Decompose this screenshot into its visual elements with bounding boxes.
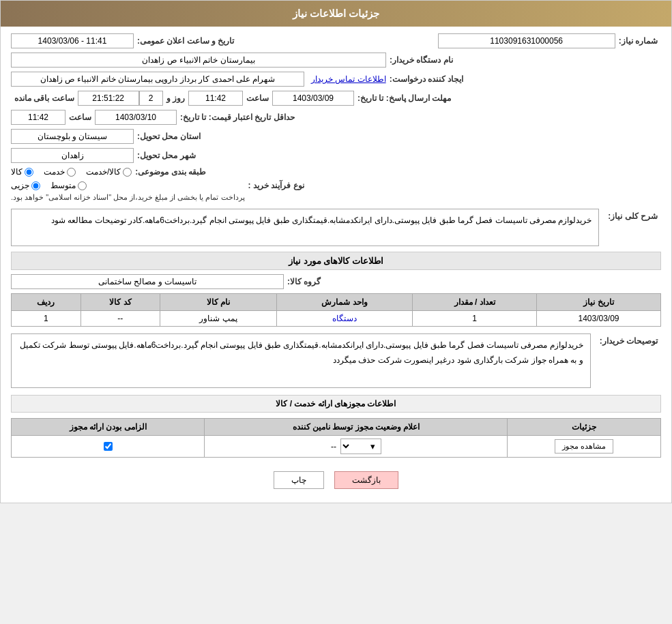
kala-section-title: اطلاعات کالاهای مورد نیاز [11,252,661,270]
mohlat-saat: 11:42 [188,91,243,106]
tabaghe-row: طبقه بندی موضوعی: کالا/خدمت خدمت کالا [11,167,661,177]
ejad-value: شهرام علی احمدی کار برداز داروپی بیمارست… [11,72,304,87]
hadaghal-label: حداقل تاریخ اعتبار قیمت: تا تاریخ: [180,113,295,122]
col-tedad: تعداد / مقدار [413,294,537,311]
nooe-motavaset-option[interactable]: متوسط [50,181,87,190]
nooe-label: نوع فرآیند خرید : [248,181,304,190]
nooe-motavaset-label: متوسط [50,181,76,190]
back-button[interactable]: بازگشت [334,471,398,489]
nooe-jazei-option[interactable]: جزیی [11,181,40,190]
nooe-motavaset-radio[interactable] [78,181,87,190]
nooe-note: پرداخت تمام یا بخشی از مبلغ خرید،از محل … [11,193,245,201]
col-name: نام کالا [160,294,277,311]
hadaghal-row: حداقل تاریخ اعتبار قیمت: تا تاریخ: 1403/… [11,110,661,125]
ostan-row: استان محل تحویل: سیستان و بلوچستان [11,129,661,144]
ejad-link[interactable]: اطلاعات تماس خریدار [311,74,386,84]
nooe-row: نوع فرآیند خرید : متوسط جزیی پرداخت تمام… [11,181,661,205]
hadaghal-saat: 11:42 [11,110,65,125]
cell-radif: 1 [12,311,81,327]
tabaghe-khedmat-radio[interactable] [67,168,76,177]
shahr-label: شهر محل تحویل: [137,151,196,160]
mohlat-remaining: 21:51:22 [78,91,139,106]
kala-table: تاریخ نیاز تعداد / مقدار واحد شمارش نام … [11,293,661,327]
tabaghe-khedmat-label: خدمت [44,167,65,177]
tabaghe-kala-khedmat-radio[interactable] [123,168,132,177]
nooe-radio-group: متوسط جزیی [11,181,87,190]
nooe-jazei-radio[interactable] [31,181,40,190]
ostan-label: استان محل تحویل: [137,132,201,141]
col-radif: ردیف [12,294,81,311]
mohlat-label: مهلت ارسال پاسخ: تا تاریخ: [357,93,451,103]
cell-name: پمپ شناور [160,311,277,327]
hadaghal-date: 1403/03/10 [95,110,177,125]
tabaghe-kala-option[interactable]: کالا [11,167,33,177]
sharh-label: شرح کلی نیاز: [608,211,658,221]
mohlat-rooz-label: روز و [166,93,185,103]
tavazihat-label: توصیحات خریدار: [600,336,658,346]
shomara-niaz-label: شماره نیاز: [619,36,658,46]
mojoz-elzam-cell [12,436,205,458]
mohlat-date: 1403/03/09 [272,91,354,106]
mojoz-joziat-cell: مشاهده مجوز [508,436,661,458]
bottom-buttons: بازگشت چاپ [11,471,661,489]
cell-tedad: 1 [413,311,537,327]
col-elzam: الزامی بودن ارائه مجوز [12,419,205,436]
mojoz-elam-value: -- [331,442,336,451]
tarikh-elaan-value: 1403/03/06 - 11:41 [11,33,134,48]
dastgah-value: بیمارستان خاتم الانبیاء ص زاهدان [11,53,386,68]
page-header: جزئیات اطلاعات نیاز [1,1,671,27]
ejad-row: ایجاد کننده درخواست: اطلاعات تماس خریدار… [11,72,661,87]
mohlat-rooz: 2 [139,91,163,106]
tarikh-elaan-label: تاریخ و ساعت اعلان عمومی: [137,36,234,46]
tabaghe-kala-khedmat-label: کالا/خدمت [86,167,121,177]
sharh-value: خریدلوازم مصرفی تاسیسات فصل گرما طبق فای… [11,209,599,246]
ejad-label: ایجاد کننده درخواست: [390,74,464,84]
tabaghe-kala-khedmat-option[interactable]: کالا/خدمت [86,167,132,177]
mojoz-elzam-checkbox[interactable] [104,442,113,451]
tabaghe-label: طبقه بندی موضوعی: [135,167,206,177]
mojoz-elam-cell: ▾ -- [205,436,508,458]
tabaghe-khedmat-option[interactable]: خدمت [44,167,76,177]
moshahede-button[interactable]: مشاهده مجوز [555,439,613,454]
mohlat-remaining-label: ساعت باقی مانده [14,93,74,103]
nooe-jazei-label: جزیی [11,181,29,190]
gorooh-value: تاسیسات و مصالح ساختمانی [11,274,284,289]
cell-tarikh: 1403/03/09 [537,311,661,327]
main-content: شماره نیاز: 1103091631000056 تاریخ و ساع… [1,27,671,503]
dastgah-label: نام دستگاه خریدار: [390,55,453,65]
gorooh-label: گروه کالا: [287,277,321,286]
col-kod: کد کالا [81,294,160,311]
hadaghal-saat-label: ساعت [69,113,91,122]
mohlat-row: مهلت ارسال پاسخ: تا تاریخ: 1403/03/09 سا… [11,91,661,106]
mojoz-row: مشاهده مجوز ▾ -- [12,436,661,458]
mojoz-section-title: اطلاعات مجوزهای ارائه خدمت / کالا [11,395,661,413]
cell-vahed: دستگاه [276,311,412,327]
gorooh-row: گروه کالا: تاسیسات و مصالح ساختمانی [11,274,661,289]
tabaghe-kala-label: کالا [11,167,23,177]
print-button[interactable]: چاپ [274,471,324,489]
table-row: 1403/03/09 1 دستگاه پمپ شناور -- 1 [12,311,661,327]
tavazihat-value: خریدلوازم مصرفی تاسیسات فصل گرما طبق فای… [11,333,591,388]
mojoz-elam-select[interactable]: ▾ [340,439,381,454]
tavazihat-row: توصیحات خریدار: خریدلوازم مصرفی تاسیسات … [11,333,661,388]
ostan-value: سیستان و بلوچستان [11,129,134,144]
shomara-tarikh-row: شماره نیاز: 1103091631000056 تاریخ و ساع… [11,33,661,48]
shahr-row: شهر محل تحویل: زاهدان [11,148,661,163]
dastgah-row: نام دستگاه خریدار: بیمارستان خاتم الانبی… [11,53,661,68]
col-tarikh: تاریخ نیاز [537,294,661,311]
page-wrapper: جزئیات اطلاعات نیاز شماره نیاز: 11030916… [0,0,672,503]
col-vahed: واحد شمارش [276,294,412,311]
col-joziat: جزئیات [508,419,661,436]
shomara-niaz-value: 1103091631000056 [438,33,615,48]
tabaghe-kala-radio[interactable] [25,168,33,177]
page-title: جزئیات اطلاعات نیاز [293,8,379,19]
tabaghe-radio-group: کالا/خدمت خدمت کالا [11,167,132,177]
mohlat-saat-label: ساعت [246,93,269,103]
shahr-value: زاهدان [11,148,134,163]
cell-kod: -- [81,311,160,327]
mojoz-table: جزئیات اعلام وضعیت مجوز توسط نامین کننده… [11,418,661,458]
col-elam: اعلام وضعیت مجوز توسط نامین کننده [205,419,508,436]
sharh-row: شرح کلی نیاز: خریدلوازم مصرفی تاسیسات فص… [11,209,661,246]
